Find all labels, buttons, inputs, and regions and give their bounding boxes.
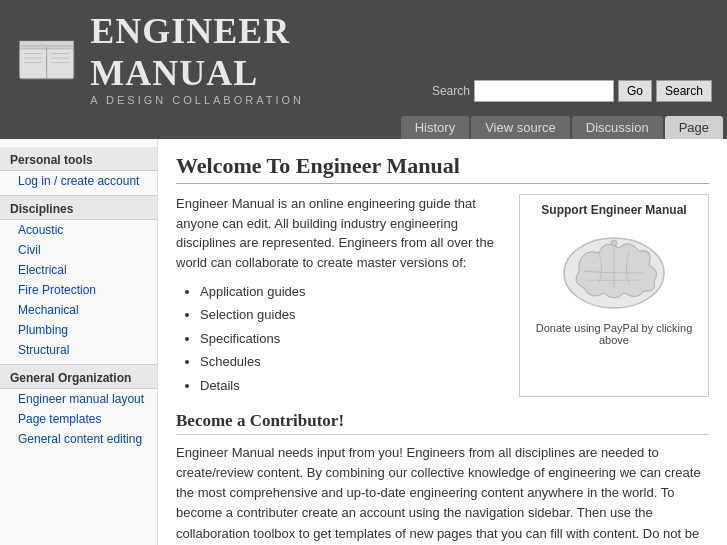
sidebar-link-engineer-manual-layout[interactable]: Engineer manual layout <box>0 389 157 409</box>
site-title: ENGINEER MANUAL A DESIGN COLLABORATION <box>90 10 432 106</box>
sidebar: Personal tools Log in / create account D… <box>0 139 158 545</box>
page-title: Welcome To Engineer Manual <box>176 153 709 184</box>
contributor-body: Engineer Manual needs input from you! En… <box>176 445 706 545</box>
intro-paragraph: Engineer Manual is an online engineering… <box>176 196 494 270</box>
list-item: Selection guides <box>200 303 505 326</box>
intro-section: Engineer Manual is an online engineering… <box>176 194 709 397</box>
sidebar-link-electrical[interactable]: Electrical <box>0 260 157 280</box>
site-name: ENGINEER MANUAL <box>90 10 432 94</box>
search-button[interactable]: Search <box>656 80 712 102</box>
sidebar-section-disciplines: Disciplines <box>0 195 157 220</box>
header-search-area: Search Go Search <box>432 80 712 106</box>
tab-page[interactable]: Page <box>665 116 723 139</box>
tab-bar: History View source Discussion Page <box>0 116 727 139</box>
contributor-title: Become a Contributor! <box>176 411 709 435</box>
sidebar-link-acoustic[interactable]: Acoustic <box>0 220 157 240</box>
search-input[interactable] <box>474 80 614 102</box>
site-tagline: A DESIGN COLLABORATION <box>90 94 432 106</box>
tab-discussion[interactable]: Discussion <box>572 116 663 139</box>
tab-view-source[interactable]: View source <box>471 116 570 139</box>
contributor-text-block: Engineer Manual needs input from you! En… <box>176 443 709 545</box>
support-box-title: Support Engineer Manual <box>528 203 700 217</box>
support-box: Support Engineer Manual Donate using Pay… <box>519 194 709 397</box>
list-item: Specifications <box>200 327 505 350</box>
search-label: Search <box>432 84 470 98</box>
sidebar-link-civil[interactable]: Civil <box>0 240 157 260</box>
site-header: ENGINEER MANUAL A DESIGN COLLABORATION S… <box>0 0 727 116</box>
main-content: Welcome To Engineer Manual Engineer Manu… <box>158 139 727 545</box>
svg-rect-2 <box>20 40 74 45</box>
book-logo-icon <box>15 31 78 86</box>
intro-text: Engineer Manual is an online engineering… <box>176 194 505 397</box>
main-layout: Personal tools Log in / create account D… <box>0 139 727 545</box>
intro-list: Application guides Selection guides Spec… <box>200 280 505 397</box>
brain-icon <box>549 223 679 313</box>
sidebar-link-mechanical[interactable]: Mechanical <box>0 300 157 320</box>
sidebar-link-general-content-editing[interactable]: General content editing <box>0 429 157 449</box>
sidebar-link-plumbing[interactable]: Plumbing <box>0 320 157 340</box>
logo-area: ENGINEER MANUAL A DESIGN COLLABORATION <box>15 10 432 106</box>
list-item: Application guides <box>200 280 505 303</box>
svg-point-11 <box>611 240 617 246</box>
sidebar-section-general-org: General Organization <box>0 364 157 389</box>
sidebar-link-login[interactable]: Log in / create account <box>0 171 157 191</box>
sidebar-link-page-templates[interactable]: Page templates <box>0 409 157 429</box>
sidebar-section-personal-tools: Personal tools <box>0 147 157 171</box>
sidebar-link-structural[interactable]: Structural <box>0 340 157 360</box>
list-item: Schedules <box>200 350 505 373</box>
go-button[interactable]: Go <box>618 80 652 102</box>
list-item: Details <box>200 374 505 397</box>
donate-text: Donate using PayPal by clicking above <box>528 322 700 346</box>
tab-history[interactable]: History <box>401 116 469 139</box>
sidebar-link-fire-protection[interactable]: Fire Protection <box>0 280 157 300</box>
